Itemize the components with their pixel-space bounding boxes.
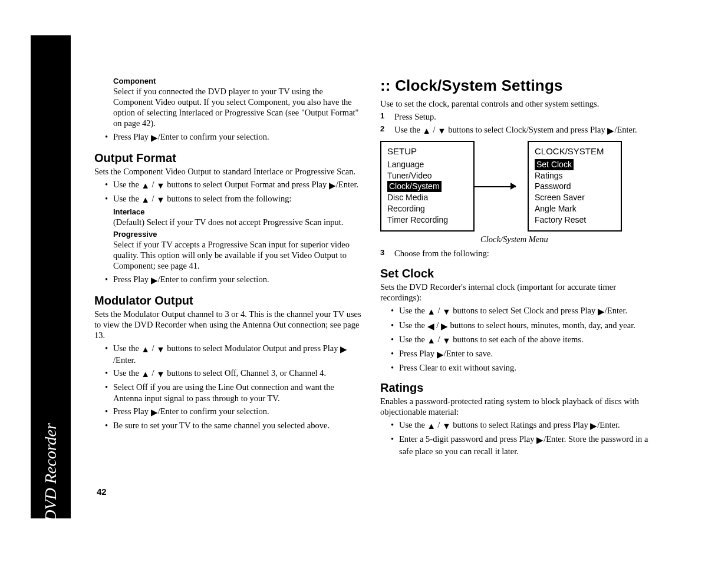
- play-icon: ▶: [151, 407, 158, 418]
- r-step-1: Use the ▲ / ▼ buttons to select Ratings …: [391, 419, 648, 431]
- clocksystem-menu-title: CLOCK/SYSTEM: [535, 146, 615, 157]
- up-icon: ▲: [141, 180, 150, 191]
- play-icon: ▶: [437, 349, 444, 360]
- progressive-heading: Progressive: [113, 230, 363, 239]
- up-icon: ▲: [141, 194, 150, 205]
- interlace-heading: Interlace: [113, 207, 363, 216]
- up-icon: ▲: [141, 369, 150, 379]
- play-icon: ▶: [598, 306, 605, 317]
- play-icon: ▶: [607, 125, 614, 136]
- down-icon: ▼: [156, 180, 164, 191]
- progressive-body: Select if your TV accepts a Progressive …: [113, 239, 363, 271]
- down-icon: ▼: [156, 194, 164, 205]
- up-icon: ▲: [141, 344, 150, 355]
- output-format-heading: Output Format: [94, 151, 363, 165]
- sc-step-4: Press Play ▶/Enter to save.: [391, 348, 648, 360]
- play-icon: ▶: [536, 435, 543, 445]
- down-icon: ▼: [442, 421, 450, 431]
- of-step-1: Use the ▲ / ▼ buttons to select Output F…: [105, 179, 363, 191]
- component-confirm: Press Play ▶/Enter to confirm your selec…: [105, 131, 363, 143]
- up-icon: ▲: [427, 306, 436, 317]
- mo-step-5: Be sure to set your TV to the same chann…: [105, 420, 363, 431]
- mo-step-4: Press Play ▶/Enter to confirm your selec…: [105, 406, 363, 418]
- setup-menu-title: SETUP: [387, 146, 467, 157]
- clock-system-heading: :: Clock/System Settings: [380, 77, 648, 95]
- modulator-body: Sets the Modulator Output channel to 3 o…: [94, 309, 363, 340]
- play-icon: ▶: [340, 344, 347, 355]
- play-icon: ▶: [590, 421, 597, 431]
- sc-step-3: Use the ▲ / ▼ buttons to set each of the…: [391, 334, 648, 346]
- setclock-body: Sets the DVD Recorder's internal clock (…: [380, 282, 648, 303]
- setclock-heading: Set Clock: [380, 267, 648, 280]
- cs-step-3: 3Choose from the following:: [380, 248, 648, 259]
- figure-caption: Clock/System Menu: [380, 234, 648, 244]
- mo-step-2: Use the ▲ / ▼ buttons to select Off, Cha…: [105, 368, 363, 379]
- left-column: Component Select if you connected the DV…: [94, 77, 363, 459]
- menu-item: Disc Media: [387, 193, 428, 202]
- page-content: Component Select if you connected the DV…: [94, 77, 648, 459]
- page-number: 42: [97, 487, 107, 497]
- left-icon: ◀: [427, 321, 434, 332]
- menu-item: Recording: [387, 204, 425, 213]
- ratings-body: Enables a password-protected rating syst…: [380, 396, 648, 417]
- modulator-heading: Modulator Output: [94, 294, 363, 308]
- sidebar: R6530 DVD Recorder: [31, 35, 71, 518]
- sc-step-2: Use the ◀ / ▶ buttons to select hours, m…: [391, 320, 648, 332]
- setup-menu: SETUP LanguageTuner/VideoClock/SystemDis…: [380, 141, 475, 232]
- clocksystem-menu: CLOCK/SYSTEM Set ClockRatingsPasswordScr…: [528, 141, 622, 232]
- of-confirm: Press Play ▶/Enter to confirm your selec…: [105, 274, 363, 286]
- menu-item: Ratings: [535, 171, 562, 180]
- up-icon: ▲: [427, 335, 436, 346]
- r-step-2: Enter a 5-digit password and press Play …: [391, 434, 648, 456]
- menu-item: Factory Reset: [535, 215, 586, 224]
- down-icon: ▼: [442, 335, 450, 346]
- menu-item: Language: [387, 160, 424, 169]
- component-body: Select if you connected the DVD player t…: [113, 86, 363, 129]
- sc-step-1: Use the ▲ / ▼ buttons to select Set Cloc…: [391, 305, 648, 317]
- menu-item: Clock/System: [387, 181, 442, 192]
- play-icon: ▶: [329, 180, 336, 191]
- down-icon: ▼: [442, 306, 450, 317]
- output-format-body: Sets the Component Video Output to stand…: [94, 166, 363, 177]
- play-icon: ▶: [151, 133, 158, 143]
- menu-item: Password: [535, 181, 571, 191]
- down-icon: ▼: [156, 369, 164, 379]
- play-icon: ▶: [151, 275, 158, 286]
- sidebar-title: R6530 DVD Recorder: [41, 423, 60, 562]
- menu-item: Set Clock: [535, 159, 574, 170]
- down-icon: ▼: [437, 125, 446, 136]
- right-column: :: Clock/System Settings Use to set the …: [380, 77, 648, 459]
- component-heading: Component: [113, 77, 363, 85]
- cs-step-1: 1Press Setup.: [380, 111, 648, 122]
- of-step-2: Use the ▲ / ▼ buttons to select from the…: [105, 193, 363, 205]
- mo-step-3: Select Off if you are using the Line Out…: [105, 382, 363, 403]
- menu-item: Timer Recording: [387, 215, 448, 224]
- menu-item: Angle Mark: [535, 204, 577, 213]
- cs-step-2: 2Use the ▲ / ▼ buttons to select Clock/S…: [380, 124, 648, 136]
- down-icon: ▼: [156, 344, 164, 355]
- sc-step-5: Press Clear to exit without saving.: [391, 362, 648, 373]
- up-icon: ▲: [423, 125, 431, 136]
- up-icon: ▲: [427, 421, 436, 431]
- menu-figure: SETUP LanguageTuner/VideoClock/SystemDis…: [380, 141, 648, 232]
- right-icon: ▶: [441, 321, 448, 332]
- menu-item: Tuner/Video: [387, 171, 432, 180]
- mo-step-1: Use the ▲ / ▼ buttons to select Modulato…: [105, 343, 363, 365]
- arrow-right-icon: [486, 180, 516, 192]
- ratings-heading: Ratings: [380, 381, 648, 395]
- menu-item: Screen Saver: [535, 193, 585, 202]
- clock-system-intro: Use to set the clock, parental controls …: [380, 98, 648, 109]
- interlace-body: (Default) Select if your TV does not acc…: [113, 217, 363, 227]
